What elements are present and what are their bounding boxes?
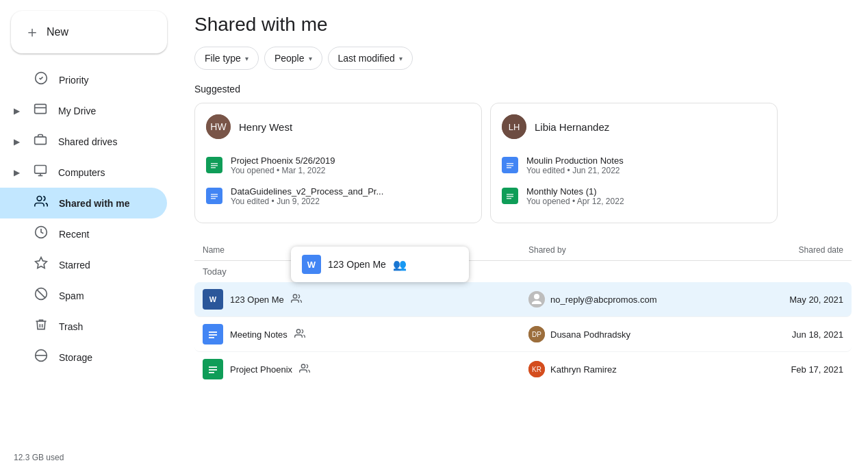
cell-name: Project Phoenix [203, 359, 528, 379]
cell-shared-by: KRKathryn Ramirez [528, 361, 720, 377]
plus-icon: ＋ [25, 22, 40, 42]
shared-by-name: Kathryn Ramirez [550, 364, 617, 375]
svg-rect-21 [211, 198, 216, 199]
my-drive-icon [34, 102, 47, 119]
suggested-card-0[interactable]: HWHenry WestProject Phoenix 5/26/2019You… [194, 103, 482, 223]
sidebar-item-shared-with-me[interactable]: Shared with me [0, 188, 167, 218]
storage-used-label: 12.3 GB used [14, 453, 164, 462]
svg-rect-39 [209, 337, 214, 338]
svg-text:LH: LH [509, 122, 520, 132]
card-file-name: Monthly Notes (1) [526, 186, 624, 197]
table-row[interactable]: Project PhoenixKRKathryn RamirezFeb 17, … [194, 352, 852, 386]
chevron-down-icon: ▾ [399, 55, 403, 62]
sheets-icon [502, 188, 518, 204]
sidebar-item-shared-drives[interactable]: ▶Shared drives [0, 126, 167, 157]
chevron-right-icon: ▶ [14, 137, 20, 147]
svg-rect-37 [209, 331, 217, 333]
sidebar-item-starred[interactable]: Starred [0, 249, 167, 280]
nav-item-label: Priority [59, 75, 89, 86]
svg-point-7 [37, 197, 42, 201]
svg-point-40 [296, 329, 300, 333]
card-person: LHLibia Hernandez [502, 114, 766, 139]
filter-file-type[interactable]: File type ▾ [194, 47, 259, 70]
shared-with-me-icon [34, 195, 48, 212]
docs-icon [206, 188, 222, 204]
spam-icon [34, 287, 48, 304]
shared-by-name: Dusana Podhradsky [550, 329, 630, 340]
nav-item-label: Recent [59, 229, 89, 240]
table-row[interactable]: W123 Open Meno_reply@abcpromos.comMay 20… [194, 282, 852, 317]
shared-people-icon [294, 328, 305, 341]
card-file-item[interactable]: Moulin Production NotesYou edited • Jun … [502, 150, 766, 181]
cell-shared-by: no_reply@abcpromos.com [528, 291, 720, 308]
card-file-meta: You edited • Jun 9, 2022 [231, 197, 383, 206]
card-file-item[interactable]: DataGuidelines_v2_Process_and_Pr...You e… [206, 181, 470, 212]
shared-people-icon [291, 293, 302, 306]
card-file-name: Moulin Production Notes [526, 155, 624, 166]
svg-line-11 [37, 290, 45, 298]
svg-rect-29 [507, 194, 513, 195]
card-file-meta: You opened • Apr 12, 2022 [526, 197, 624, 206]
cell-shared-date: Jun 18, 2021 [720, 329, 843, 340]
priority-icon [34, 71, 48, 88]
shared-by-avatar [528, 291, 545, 308]
nav-item-label: Trash [59, 321, 83, 332]
svg-rect-31 [507, 198, 511, 199]
svg-rect-30 [507, 196, 513, 197]
shared-people-icon [299, 363, 310, 376]
svg-rect-45 [209, 369, 217, 371]
file-name-text: Project Phoenix [230, 364, 292, 375]
svg-rect-4 [35, 166, 47, 174]
computers-icon [34, 164, 47, 181]
sidebar-item-computers[interactable]: ▶Computers [0, 157, 167, 188]
filter-last-modified[interactable]: Last modified ▾ [328, 47, 413, 70]
filters-bar: File type ▾ People ▾ Last modified ▾ [194, 47, 852, 70]
avatar: HW [206, 114, 231, 139]
svg-rect-38 [209, 334, 217, 336]
svg-text:KR: KR [532, 366, 541, 373]
card-file-meta: You edited • Jun 21, 2022 [526, 166, 624, 175]
trash-icon [34, 318, 48, 335]
docs-file-icon [203, 324, 223, 345]
suggested-card-1[interactable]: LHLibia HernandezMoulin Production Notes… [490, 103, 778, 223]
cell-shared-date: Feb 17, 2021 [720, 364, 843, 375]
sidebar-item-my-drive[interactable]: ▶My Drive [0, 95, 167, 126]
card-file-name: Project Phoenix 5/26/2019 [231, 155, 335, 166]
svg-rect-27 [507, 167, 511, 168]
nav-item-label: Computers [58, 167, 105, 178]
recent-icon [34, 225, 48, 242]
chevron-down-icon: ▾ [309, 55, 312, 62]
sheets-file-icon [203, 359, 223, 379]
filter-people[interactable]: People ▾ [264, 47, 322, 70]
card-file-item[interactable]: Project Phoenix 5/26/2019You opened • Ma… [206, 150, 470, 181]
nav-item-label: Storage [59, 352, 92, 363]
nav-items: Priority▶My Drive▶Shared drives▶Computer… [0, 64, 178, 373]
sidebar-item-recent[interactable]: Recent [0, 218, 167, 249]
table-row[interactable]: Meeting NotesDPDusana PodhradskyJun 18, … [194, 317, 852, 352]
suggested-section-label: Suggested [194, 84, 852, 95]
sidebar-item-storage[interactable]: Storage [0, 342, 167, 373]
shared-by-name: no_reply@abcpromos.com [550, 295, 657, 305]
cell-name: W123 Open Me [203, 289, 528, 310]
shared-by-avatar: DP [528, 326, 545, 342]
card-file-item[interactable]: Monthly Notes (1)You opened • Apr 12, 20… [502, 181, 766, 212]
sidebar-item-spam[interactable]: Spam [0, 280, 167, 311]
svg-text:HW: HW [210, 121, 227, 132]
avatar: LH [502, 114, 526, 139]
card-person: HWHenry West [206, 114, 470, 139]
new-button[interactable]: ＋ New [11, 11, 167, 53]
svg-rect-26 [507, 165, 513, 166]
cell-name: Meeting Notes [203, 324, 528, 345]
sidebar: ＋ New Priority▶My Drive▶Shared drives▶Co… [0, 0, 178, 476]
col-shared-by: Shared by [528, 245, 720, 255]
svg-text:DP: DP [532, 331, 541, 338]
card-person-name: Henry West [239, 121, 292, 133]
sidebar-item-priority[interactable]: Priority [0, 64, 167, 95]
tooltip-shared-icon: 👥 [393, 258, 407, 271]
svg-marker-9 [36, 258, 47, 268]
sidebar-item-trash[interactable]: Trash [0, 311, 167, 342]
nav-item-label: Spam [59, 290, 84, 301]
svg-rect-15 [211, 163, 218, 164]
nav-item-label: Shared drives [58, 136, 117, 147]
storage-info: 12.3 GB used [0, 444, 178, 471]
